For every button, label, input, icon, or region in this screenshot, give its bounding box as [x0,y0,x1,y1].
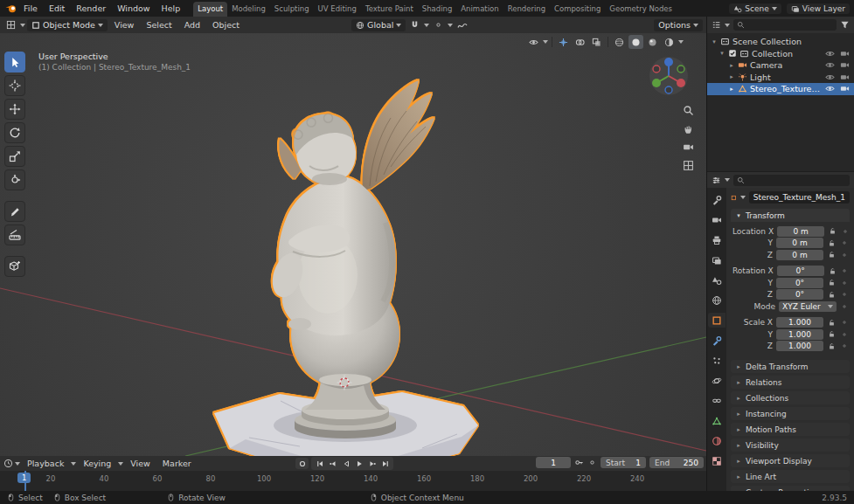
rotation-mode-dropdown[interactable]: XYZ Euler [779,301,837,312]
panel-relations[interactable]: ▸Relations [731,376,850,389]
menu-keying[interactable]: Keying [78,458,116,469]
tab-object[interactable] [708,313,726,328]
location-z-field[interactable]: 0 m [776,250,823,260]
outliner-row-collection[interactable]: ▾ Collection [707,48,854,60]
tool-select-box[interactable] [4,52,25,72]
tab-texture[interactable] [708,453,726,468]
object-visibility-dropdown[interactable] [526,35,541,49]
disclosure-triangle-icon[interactable]: ▾ [719,50,726,57]
proportional-falloff-button[interactable] [455,18,469,31]
menu-playback[interactable]: Playback [22,458,69,469]
disclosure-triangle-icon[interactable]: ▾ [711,38,718,45]
animate-dot-icon[interactable] [841,319,848,326]
camera-view-icon[interactable] [683,142,694,153]
lock-icon[interactable] [828,279,836,287]
tab-tool[interactable] [708,192,726,207]
play-reverse-button[interactable] [339,458,352,469]
toggle-xray-button[interactable] [589,35,604,49]
tab-view-layer[interactable] [708,252,726,267]
panel-viewport-display[interactable]: ▸Viewport Display [731,454,850,467]
playhead-frame-chip[interactable]: 1 [17,473,31,483]
scale-x-field[interactable]: 1.000 [776,317,823,328]
lock-icon[interactable] [828,330,836,338]
disable-render-camera-icon[interactable] [840,84,850,93]
outliner-row-camera[interactable]: ▸ Camera [707,59,854,72]
rotation-x-field[interactable]: 0° [777,266,824,276]
tab-render[interactable] [708,212,726,227]
tab-layout[interactable]: Layout [193,2,227,17]
scale-y-field[interactable]: 1.000 [776,329,823,340]
menu-add[interactable]: Add [179,19,205,31]
animate-dot-icon[interactable] [841,239,848,246]
disclosure-triangle-icon[interactable]: ▸ [728,73,735,80]
insert-keyframe-icon[interactable] [587,458,597,467]
tab-rendering[interactable]: Rendering [503,2,550,17]
menu-marker[interactable]: Marker [157,458,197,469]
keying-set-icon[interactable] [574,458,584,467]
timeline-editor-icon[interactable] [3,459,13,468]
auto-keying-record-button[interactable] [295,458,309,469]
lock-icon[interactable] [828,291,836,299]
menu-help[interactable]: Help [156,3,186,14]
tab-animation[interactable]: Animation [456,2,503,17]
pan-hand-icon[interactable] [683,123,694,135]
tool-add-cube[interactable] [4,256,25,277]
scene-selector[interactable]: Scene [729,3,781,14]
tool-cursor[interactable] [4,75,25,96]
snap-toggle-button[interactable] [407,18,422,31]
disclosure-triangle-icon[interactable]: ▸ [728,86,735,93]
tab-physics[interactable] [708,373,726,388]
tab-particles[interactable] [708,353,726,368]
filter-funnel-icon[interactable] [840,20,850,30]
viewport-3d[interactable]: User Perspective (1) Collection | Stereo… [0,33,706,456]
tool-annotate[interactable] [4,201,25,222]
tab-material[interactable] [708,433,726,448]
tab-shading[interactable]: Shading [418,2,457,17]
navigation-gizmo[interactable] [649,56,689,96]
proportional-options-chevron-icon[interactable] [448,24,453,27]
menu-edit[interactable]: Edit [44,3,70,14]
editor-type-3d-viewport-button[interactable] [3,18,18,31]
jump-to-end-button[interactable] [378,458,392,469]
hide-eye-icon[interactable] [825,49,835,59]
menu-view-timeline[interactable]: View [125,458,156,469]
transform-orientation-dropdown[interactable]: Global [351,19,406,31]
tab-constraints[interactable] [708,393,726,408]
menu-render[interactable]: Render [71,3,111,14]
tab-scene[interactable] [708,273,726,287]
chevron-down-icon[interactable] [740,196,746,199]
tool-scale[interactable] [4,146,25,167]
tab-geometry-nodes[interactable]: Geometry Nodes [605,2,677,17]
toggle-ortho-grid-icon[interactable] [683,160,694,171]
timeline-ruler[interactable]: 20 40 60 80 100 120 140 160 180 200 220 … [0,471,706,491]
shading-wireframe-button[interactable] [612,35,627,49]
animate-dot-icon[interactable] [841,267,848,274]
frame-end-field[interactable]: End 250 [649,457,704,468]
object-name-field[interactable]: Stereo_Texture_Mesh_1 [749,191,850,204]
checkbox-icon[interactable] [728,49,737,58]
lock-icon[interactable] [829,267,837,275]
current-frame-field[interactable]: 1 [536,457,571,468]
jump-to-start-button[interactable] [313,458,326,469]
zoom-icon[interactable] [683,105,694,116]
panel-delta-transform[interactable]: ▸Delta Transform [731,360,850,373]
menu-file[interactable]: File [18,3,43,14]
panel-visibility[interactable]: ▸Visibility [731,438,850,452]
tab-texture-paint[interactable]: Texture Paint [361,2,418,17]
tab-output[interactable] [708,232,726,247]
animate-dot-icon[interactable] [841,342,848,349]
proportional-editing-button[interactable] [431,18,446,31]
animate-dot-icon[interactable] [841,280,848,287]
animate-dot-icon[interactable] [841,252,848,259]
blender-logo-icon[interactable] [4,2,17,15]
panel-line-art[interactable]: ▸Line Art [731,470,850,483]
show-overlays-button[interactable] [573,35,587,49]
shading-rendered-button[interactable] [662,35,677,49]
view-layer-selector[interactable]: View Layer [787,3,850,14]
panel-collections[interactable]: ▸Collections [731,391,850,404]
statue-object-selected[interactable] [197,72,494,480]
tool-transform[interactable] [4,169,25,190]
tool-measure[interactable] [4,224,25,245]
previous-keyframe-button[interactable] [326,458,339,469]
transform-panel-header[interactable]: ▾ Transform [731,209,850,222]
